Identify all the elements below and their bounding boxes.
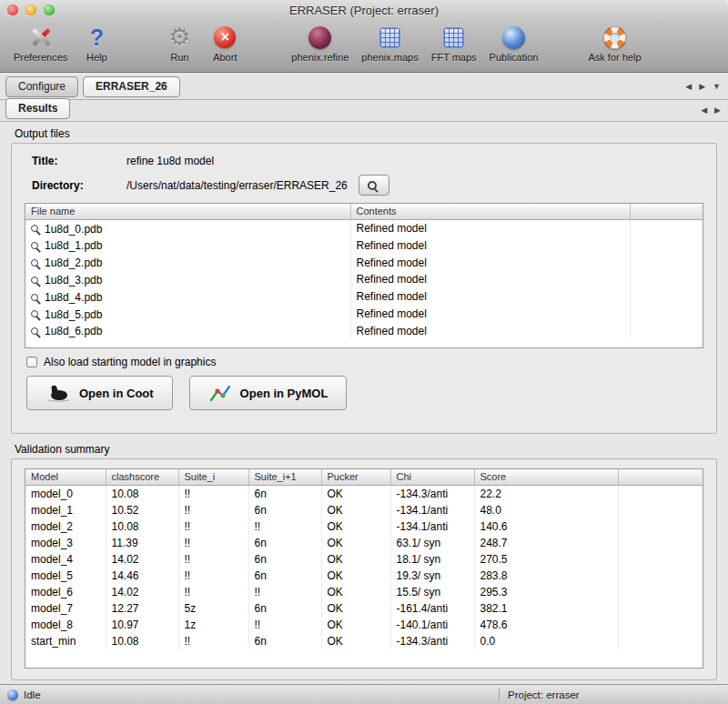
directory-row: Directory: /Users/nat/data/testing/erras… [32, 175, 703, 196]
validation-section: ModelclashscoreSuite_iSuite_i+1PuckerChi… [11, 458, 717, 680]
phenix-refine-icon [308, 26, 331, 49]
validation-row[interactable]: model_712.275z6nOK-161.4/anti382.1 [25, 600, 703, 617]
fft-maps-icon [443, 27, 464, 48]
magnifier-icon [31, 327, 38, 335]
tab-erraser-26[interactable]: ERRASER_26 [83, 76, 180, 97]
main-tab-strip: ConfigureERRASER_26 [5, 76, 185, 97]
toolbar-button-help[interactable]: ?Help [80, 24, 113, 63]
column-header-file-name[interactable]: File name [25, 204, 350, 219]
column-header-pucker[interactable]: Pucker [321, 469, 390, 485]
toolbar-button-abort[interactable]: ×Abort [208, 24, 241, 63]
column-header-score[interactable]: Score [474, 469, 618, 485]
help-icon: ? [90, 25, 104, 51]
column-header-suite-i-1[interactable]: Suite_i+1 [248, 469, 321, 485]
lifebuoy-icon [603, 26, 626, 49]
magnifier-icon [31, 294, 38, 301]
preferences-icon [29, 25, 53, 49]
subtab-scroll-left-icon[interactable]: ◀ [701, 106, 707, 115]
abort-icon: × [214, 26, 236, 48]
toolbar-button-label: Preferences [14, 52, 67, 63]
column-header-contents[interactable]: Contents [350, 204, 630, 219]
window-title: ERRASER (Project: erraser) [289, 4, 439, 17]
directory-label: Directory: [32, 179, 126, 192]
file-row[interactable]: 1u8d_5.pdbRefined model [25, 306, 703, 323]
magnifier-icon [368, 181, 377, 190]
output-files-section-label: Output files [15, 127, 728, 140]
validation-row[interactable]: model_810.971z!!OK-140.1/anti478.6 [25, 617, 703, 633]
directory-value: /Users/nat/data/testing/erraser/ERRASER_… [126, 179, 348, 192]
tab-scroll-right-icon[interactable]: ▶ [699, 82, 705, 91]
file-row[interactable]: 1u8d_4.pdbRefined model [25, 288, 703, 306]
column-header-model[interactable]: Model [25, 469, 106, 485]
file-row[interactable]: 1u8d_2.pdbRefined model [25, 254, 703, 271]
toolbar-button-publication[interactable]: Publication [490, 24, 539, 63]
status-bar: Idle Project: erraser [0, 684, 728, 704]
validation-table[interactable]: ModelclashscoreSuite_iSuite_i+1PuckerChi… [25, 468, 703, 669]
magnifier-icon [31, 259, 38, 267]
toolbar-button-label: Run [170, 52, 188, 63]
validation-row[interactable]: model_110.52!!6nOK-134.1/anti48.0 [25, 502, 703, 518]
magnifier-icon [31, 242, 38, 249]
project-label: Project: erraser [508, 689, 580, 700]
validation-row[interactable]: model_010.08!!6nOK-134.3/anti22.2 [25, 485, 703, 502]
title-value: refine 1u8d model [126, 155, 214, 167]
browse-directory-button[interactable] [359, 175, 389, 196]
tab-list-icon[interactable]: ▼ [713, 82, 721, 91]
subtab-scroll-right-icon[interactable]: ▶ [714, 106, 721, 115]
column-header-filler [630, 204, 703, 219]
phenix-maps-icon [379, 27, 400, 48]
validation-row[interactable]: start_min10.08!!6nOK-134.3/anti0.0 [25, 633, 703, 649]
open-in-pymol-button[interactable]: Open in PyMOL [189, 376, 348, 410]
toolbar-button-phenix-refine[interactable]: phenix.refine [291, 24, 349, 63]
toolbar-button-fft-maps[interactable]: FFT maps [431, 24, 477, 63]
toolbar-button-preferences[interactable]: Preferences [14, 24, 67, 63]
open-in-coot-button[interactable]: Open in Coot [26, 376, 173, 410]
status-dot-icon [7, 689, 18, 700]
validation-row[interactable]: model_614.02!!!!OK15.5/ syn295.3 [25, 584, 703, 600]
app-window: ERRASER (Project: erraser) Preferences?H… [0, 0, 728, 704]
validation-row[interactable]: model_514.46!!6nOK19.3/ syn283.8 [25, 568, 703, 584]
subtab-results[interactable]: Results [5, 98, 70, 119]
toolbar-button-label: Ask for help [588, 52, 641, 63]
column-header-chi[interactable]: Chi [390, 469, 474, 485]
traffic-lights [7, 5, 55, 15]
file-row[interactable]: 1u8d_6.pdbRefined model [25, 322, 703, 339]
toolbar-button-label: phenix.maps [361, 52, 418, 63]
column-header-clashscore[interactable]: clashscore [106, 469, 178, 485]
magnifier-icon [31, 277, 38, 284]
toolbar-button-phenix-maps[interactable]: phenix.maps [361, 24, 418, 63]
publication-icon [502, 26, 525, 49]
load-starting-model-label: Also load starting model in graphics [44, 356, 216, 368]
toolbar-button-ask-for-help[interactable]: Ask for help [588, 24, 641, 63]
file-row[interactable]: 1u8d_0.pdbRefined model [25, 219, 703, 236]
load-starting-model-checkbox[interactable] [26, 357, 37, 367]
viewer-buttons: Open in Coot [26, 376, 703, 410]
open-in-pymol-label: Open in PyMOL [240, 387, 329, 400]
file-row[interactable]: 1u8d_1.pdbRefined model [25, 236, 703, 254]
pymol-icon [208, 383, 232, 403]
toolbar-button-label: FFT maps [431, 52, 477, 63]
file-row[interactable]: 1u8d_3.pdbRefined model [25, 271, 703, 288]
open-in-coot-label: Open in Coot [79, 387, 154, 400]
output-files-section: Title: refine 1u8d model Directory: /Use… [11, 143, 717, 434]
tab-configure[interactable]: Configure [5, 76, 78, 97]
tab-scroll-left-icon[interactable]: ◀ [685, 82, 692, 91]
content-area: Output files Title: refine 1u8d model Di… [0, 122, 728, 684]
load-starting-model-row: Also load starting model in graphics [26, 356, 703, 368]
validation-row[interactable]: model_311.39!!6nOK63.1/ syn248.7 [25, 535, 703, 551]
toolbar-button-run[interactable]: ⚙Run [163, 24, 196, 63]
validation-row[interactable]: model_210.08!!!!OK-134.1/anti140.6 [25, 518, 703, 535]
main-tab-bar: ConfigureERRASER_26 ◀ ▶ ▼ [0, 75, 728, 100]
output-files-table[interactable]: File nameContents1u8d_0.pdbRefined model… [25, 203, 703, 348]
run-icon: ⚙ [168, 23, 190, 52]
toolbar-button-label: phenix.refine [291, 52, 349, 63]
close-button[interactable] [7, 5, 18, 15]
sub-tab-strip: Results [5, 98, 75, 119]
validation-row[interactable]: model_414.02!!6nOK18.1/ syn270.5 [25, 551, 703, 568]
column-header-suite-i[interactable]: Suite_i [178, 469, 248, 485]
titlebar[interactable]: ERRASER (Project: erraser) [0, 0, 728, 20]
tab-nav-arrows: ◀ ▶ ▼ [685, 82, 721, 91]
toolbar-button-label: Abort [213, 52, 237, 63]
minimize-button[interactable] [25, 5, 36, 15]
zoom-button[interactable] [44, 5, 55, 15]
